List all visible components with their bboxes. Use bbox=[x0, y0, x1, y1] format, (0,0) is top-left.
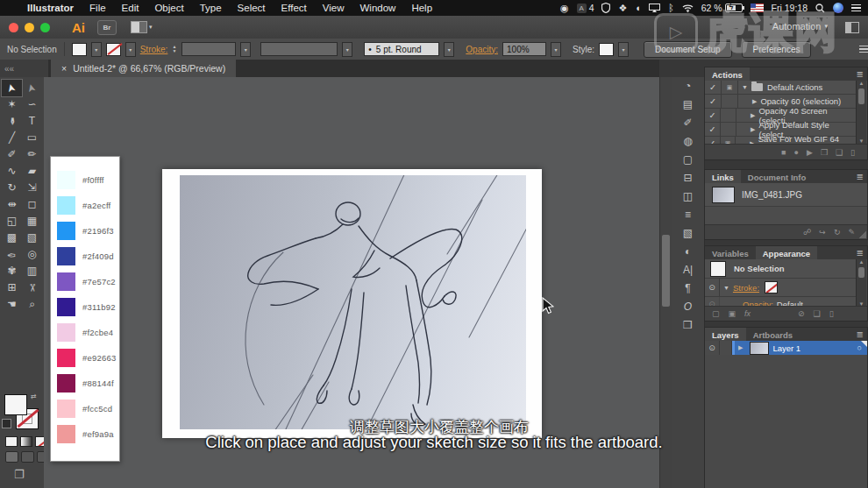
control-bar-menu-icon[interactable] bbox=[859, 44, 868, 55]
align-panel-icon[interactable]: ⊟ bbox=[672, 169, 704, 187]
perspective-grid-tool[interactable]: ▦ bbox=[22, 213, 42, 230]
opacity-dropdown[interactable]: ▾ bbox=[551, 42, 561, 57]
paragraph-panel-icon[interactable]: ¶ bbox=[672, 279, 704, 298]
menu-clock[interactable]: Fri 19:18 bbox=[772, 3, 808, 13]
color-panel-icon[interactable]: ◍ bbox=[672, 132, 704, 151]
delete-item-icon[interactable]: ▯ bbox=[829, 309, 834, 318]
menu-effect[interactable]: Effect bbox=[274, 3, 315, 13]
swatch-row[interactable]: #2f409d bbox=[57, 247, 114, 265]
edit-original-icon[interactable]: ✎ bbox=[848, 228, 855, 237]
tab-layers[interactable]: Layers bbox=[705, 328, 746, 341]
dialog-toggle-icon[interactable]: ▣ bbox=[722, 81, 738, 94]
appearance-panel-menu-icon[interactable]: ≣ bbox=[853, 246, 867, 259]
shaper-tool[interactable]: ∿ bbox=[2, 163, 22, 180]
workspace-switcher[interactable]: Automation▾ bbox=[772, 21, 828, 32]
slice-tool[interactable]: ✂ bbox=[22, 279, 42, 296]
menu-edit[interactable]: Edit bbox=[114, 3, 147, 13]
width-tool[interactable]: ⇹ bbox=[2, 196, 22, 213]
evernote-icon[interactable]: ◖ bbox=[635, 0, 641, 16]
color-swatch[interactable] bbox=[57, 400, 75, 418]
links-panel-menu-icon[interactable]: ≣ bbox=[853, 170, 867, 183]
document-tab[interactable]: × Untitled-2* @ 66,67% (RGB/Preview) bbox=[51, 60, 236, 77]
paintbrush-tool[interactable]: ✐ bbox=[2, 146, 22, 163]
notification-center-icon[interactable] bbox=[851, 3, 861, 14]
expand-arrow-icon[interactable]: ▼ bbox=[742, 84, 748, 90]
stroke-color-swatch[interactable] bbox=[106, 43, 121, 56]
actions-panel-menu-icon[interactable]: ≣ bbox=[853, 67, 867, 81]
scrollbar-thumb[interactable] bbox=[662, 235, 670, 307]
stroke-attribute-link[interactable]: Stroke: bbox=[733, 283, 759, 293]
minimize-window-button[interactable] bbox=[25, 23, 34, 32]
duplicate-item-icon[interactable]: ❑ bbox=[814, 309, 821, 318]
swatch-row[interactable]: #f0ffff bbox=[57, 171, 104, 189]
swatch-row[interactable]: #e92663 bbox=[57, 349, 116, 367]
brush-definition-field[interactable]: •5 pt. Round bbox=[364, 42, 439, 56]
style-swatch[interactable] bbox=[599, 43, 614, 56]
swap-fill-stroke-icon[interactable]: ⇄ bbox=[31, 393, 37, 400]
color-swatch[interactable] bbox=[57, 196, 75, 215]
delete-icon[interactable]: ▯ bbox=[850, 148, 855, 157]
screen-mode-button[interactable]: ❐ bbox=[14, 468, 25, 481]
transform-panel-icon[interactable]: ▢ bbox=[672, 151, 704, 169]
visibility-eye-icon[interactable]: ⊙ bbox=[705, 279, 720, 296]
tools-panel-header[interactable]: «« bbox=[0, 60, 48, 77]
layer-thumbnail[interactable] bbox=[750, 342, 769, 355]
draw-behind-button[interactable] bbox=[21, 451, 34, 463]
begin-recording-icon[interactable]: ● bbox=[794, 148, 799, 157]
siri-icon[interactable] bbox=[833, 3, 843, 13]
color-swatch[interactable] bbox=[57, 247, 75, 265]
gradient-button[interactable] bbox=[20, 436, 32, 447]
menu-illustrator[interactable]: Illustrator bbox=[19, 3, 82, 13]
variable-width-dropdown[interactable]: ▾ bbox=[342, 42, 352, 57]
layers-panel-menu-icon[interactable]: ≣ bbox=[853, 328, 867, 341]
eyedropper-tool[interactable]: ✑ bbox=[2, 246, 22, 263]
fill-indicator[interactable] bbox=[4, 394, 27, 415]
screen-record-icon[interactable]: ◉ bbox=[560, 0, 569, 16]
wifi-icon[interactable] bbox=[682, 4, 694, 12]
menu-select[interactable]: Select bbox=[230, 3, 274, 13]
app-notification[interactable]: A 4 bbox=[577, 3, 594, 13]
zoom-window-button[interactable] bbox=[40, 23, 50, 32]
new-fill-icon[interactable]: ▣ bbox=[729, 309, 736, 318]
pen-tool[interactable]: ✒ bbox=[2, 113, 22, 130]
gradient-tool[interactable]: ▧ bbox=[22, 230, 42, 246]
layer-expand-icon[interactable]: ▶ bbox=[738, 344, 743, 351]
zoom-tool[interactable]: ⌕ bbox=[22, 296, 42, 313]
shape-builder-tool[interactable]: ◱ bbox=[2, 213, 22, 230]
fill-color-swatch[interactable] bbox=[72, 43, 87, 56]
spotlight-icon[interactable] bbox=[815, 4, 825, 13]
clear-appearance-icon[interactable]: ⊘ bbox=[798, 309, 805, 318]
tab-appearance[interactable]: Appearance bbox=[756, 246, 817, 259]
rectangle-tool[interactable]: ▭ bbox=[22, 130, 42, 146]
artboard-tool[interactable]: ⊞ bbox=[2, 279, 22, 296]
magic-wand-tool[interactable]: ✶ bbox=[2, 96, 22, 113]
layer-visibility-eye-icon[interactable]: ⊙ bbox=[705, 341, 720, 355]
symbol-sprayer-tool[interactable]: ✾ bbox=[2, 263, 22, 279]
layer-row[interactable]: ⊙ ▶ Layer 1 ○ bbox=[705, 341, 867, 355]
menu-object[interactable]: Object bbox=[146, 3, 191, 13]
close-window-button[interactable] bbox=[9, 23, 18, 32]
color-swatch[interactable] bbox=[57, 349, 75, 367]
brush-definition-dropdown[interactable]: ▾ bbox=[444, 42, 454, 57]
color-button[interactable] bbox=[5, 436, 18, 447]
swatch-row[interactable]: #ef9a9a bbox=[57, 425, 114, 443]
lasso-tool[interactable]: ∽ bbox=[22, 96, 42, 113]
tab-document-info[interactable]: Document Info bbox=[741, 170, 814, 183]
swatch-row[interactable]: #a2ecff bbox=[57, 196, 110, 215]
free-transform-tool[interactable]: ◻ bbox=[22, 196, 42, 213]
swatch-row[interactable]: #88144f bbox=[57, 374, 114, 393]
gradient-panel-icon[interactable]: ▧ bbox=[672, 224, 704, 243]
airplay-icon[interactable] bbox=[649, 4, 660, 12]
opacity-field[interactable]: 100% bbox=[502, 42, 546, 56]
opentype-panel-icon[interactable]: O bbox=[672, 298, 704, 316]
eraser-tool[interactable]: ▰ bbox=[22, 163, 42, 180]
variable-width-profile-field[interactable] bbox=[260, 42, 338, 56]
layer-name[interactable]: Layer 1 bbox=[772, 343, 800, 353]
new-stroke-icon[interactable]: ▢ bbox=[712, 309, 720, 318]
dropbox-icon[interactable]: ❖ bbox=[618, 0, 627, 16]
menu-type[interactable]: Type bbox=[192, 3, 230, 13]
opacity-panel-link[interactable]: Opacity: bbox=[466, 45, 498, 54]
menu-view[interactable]: View bbox=[315, 3, 352, 13]
color-swatch[interactable] bbox=[57, 374, 75, 393]
fill-dropdown[interactable]: ▾ bbox=[91, 42, 102, 57]
